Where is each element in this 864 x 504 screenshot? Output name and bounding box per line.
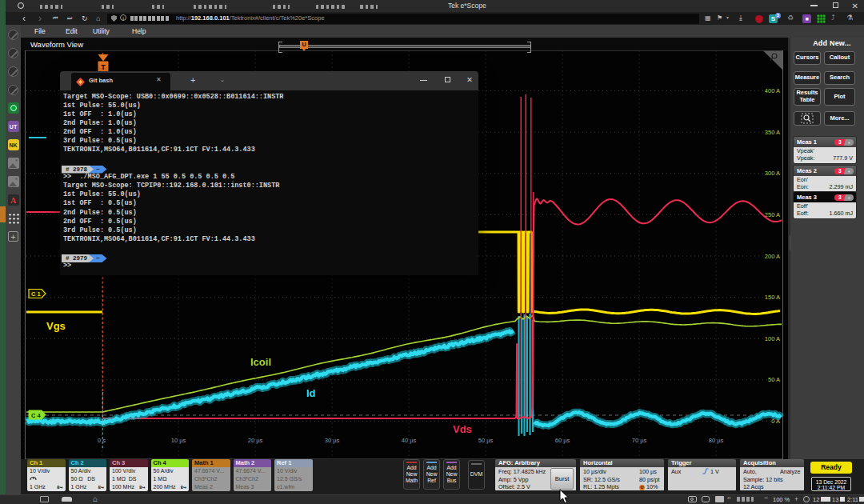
svg-text:0 s: 0 s xyxy=(98,437,106,444)
svg-text:60 µs: 60 µs xyxy=(555,437,570,444)
svg-text:350 A: 350 A xyxy=(765,129,780,136)
svg-text:400 A: 400 A xyxy=(765,87,780,94)
svg-text:C 4: C 4 xyxy=(31,412,42,419)
svg-text:50 µs: 50 µs xyxy=(478,437,494,444)
svg-text:20 µs: 20 µs xyxy=(248,437,263,444)
svg-text:40 µs: 40 µs xyxy=(402,437,417,444)
svg-text:Icoil: Icoil xyxy=(250,356,271,368)
svg-text:150 A: 150 A xyxy=(765,294,780,301)
svg-text:80 µs: 80 µs xyxy=(709,437,724,444)
svg-text:50 A: 50 A xyxy=(768,376,780,383)
svg-text:C 1: C 1 xyxy=(31,290,41,298)
svg-text:10 µs: 10 µs xyxy=(171,437,186,444)
svg-text:300 A: 300 A xyxy=(765,170,780,177)
svg-text:100 A: 100 A xyxy=(765,335,780,342)
svg-text:250 A: 250 A xyxy=(765,211,780,218)
svg-text:70 µs: 70 µs xyxy=(632,437,647,444)
svg-text:Id: Id xyxy=(306,387,316,399)
svg-text:Vds: Vds xyxy=(453,423,472,435)
svg-text:Vgs: Vgs xyxy=(46,320,66,332)
svg-text:200 A: 200 A xyxy=(765,253,780,260)
svg-text:T: T xyxy=(101,63,106,71)
svg-text:30 µs: 30 µs xyxy=(325,437,340,444)
